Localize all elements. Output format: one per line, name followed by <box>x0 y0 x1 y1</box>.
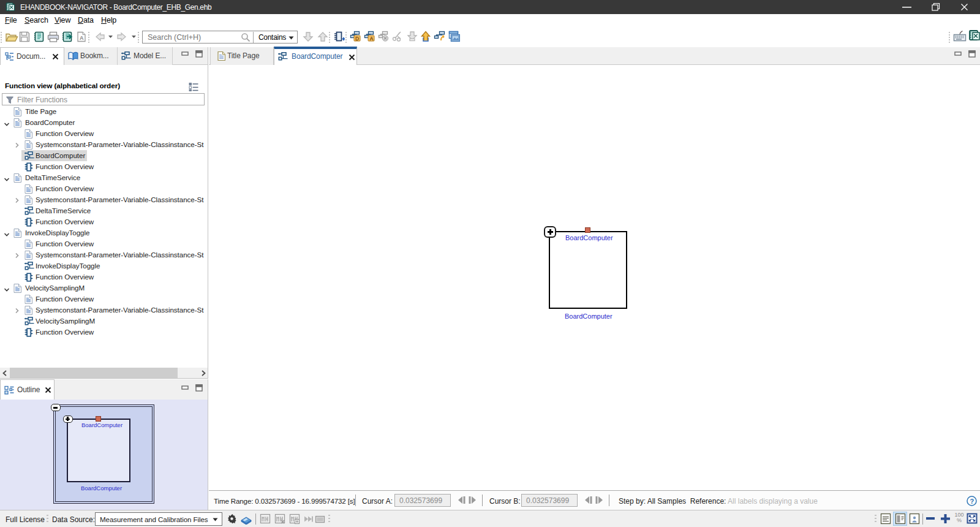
svg-text:D: D <box>355 36 359 42</box>
svg-text:?: ? <box>970 498 974 505</box>
svg-text:A: A <box>80 35 84 41</box>
svg-text:A: A <box>370 36 374 42</box>
